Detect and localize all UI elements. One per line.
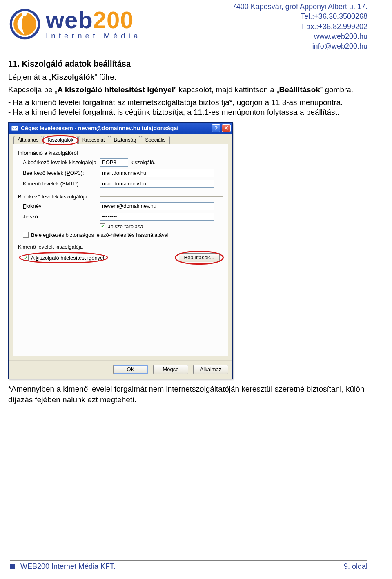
svg-point-2 bbox=[22, 12, 27, 16]
dialog-title: Céges levelezésem - nevem@domainnev.hu t… bbox=[21, 125, 210, 131]
logo-subtitle: Internet Média bbox=[46, 32, 141, 40]
contact-tel: Tel.:+36.30.3500268 bbox=[232, 11, 368, 21]
tab-general[interactable]: Általános bbox=[13, 136, 42, 144]
footer-page-number: 9. oldal bbox=[344, 562, 368, 571]
row-password: Jelszó: •••••••• bbox=[18, 213, 223, 221]
logo-web-text: web bbox=[46, 7, 93, 33]
contact-email: info@web200.hu bbox=[232, 41, 368, 51]
bullet-1: - Ha a kimenő levelei forgalmát az inter… bbox=[8, 98, 368, 107]
contact-block: 7400 Kaposvár, gróf Apponyi Albert u. 17… bbox=[232, 2, 368, 51]
header-divider bbox=[8, 53, 368, 53]
group-incoming-auth: Beérkező levelek kiszolgálója bbox=[18, 194, 223, 200]
dialog-tabs: Általános Kiszolgálók Kapcsolat Biztonsá… bbox=[13, 136, 228, 144]
dialog-app-icon bbox=[11, 125, 18, 132]
incoming-type-field: POP3 bbox=[100, 158, 128, 167]
contact-fax: Fax.:+36.82.999202 bbox=[232, 22, 368, 31]
outgoing-auth-checkbox[interactable]: ✓ bbox=[23, 255, 29, 261]
section-title: 11. Kiszolgáló adatok beállítása bbox=[8, 59, 368, 69]
smtp-server-input[interactable]: mail.domainnev.hu bbox=[100, 180, 214, 188]
apply-button[interactable]: Alkalmaz bbox=[193, 365, 228, 374]
close-button[interactable]: ✕ bbox=[222, 124, 231, 132]
settings-button[interactable]: Beállítások... bbox=[179, 253, 220, 262]
row-smtp-server: Kimenő levelek (SMTP): mail.domainnev.hu bbox=[18, 180, 223, 188]
outgoing-auth-row: ✓ A kiszolgáló hitelesítést igényel bbox=[23, 254, 104, 261]
contact-web: www.web200.hu bbox=[232, 31, 368, 41]
svg-rect-3 bbox=[11, 126, 18, 131]
row-account-name: Fióknév: nevem@domainnev.hu bbox=[18, 202, 223, 210]
footer-square-icon bbox=[10, 564, 15, 569]
step-line-1: Lépjen át a „Kiszolgálók” fülre. bbox=[8, 72, 368, 83]
group-server-info: Információ a kiszolgálóról bbox=[18, 150, 223, 156]
tab-security[interactable]: Biztonság bbox=[110, 136, 140, 144]
remember-password-checkbox[interactable]: ✓ bbox=[100, 223, 105, 229]
tab-servers[interactable]: Kiszolgálók bbox=[43, 136, 77, 144]
logo-icon bbox=[8, 7, 42, 41]
password-input[interactable]: •••••••• bbox=[100, 213, 214, 221]
group-outgoing: Kimenő levelek kiszolgálója bbox=[18, 244, 223, 250]
pop3-server-input[interactable]: mail.domainnev.hu bbox=[100, 169, 214, 177]
logo: web200 Internet Média bbox=[8, 7, 141, 41]
contact-address: 7400 Kaposvár, gróf Apponyi Albert u. 17… bbox=[232, 2, 368, 11]
tab-connection[interactable]: Kapcsolat bbox=[78, 136, 109, 144]
spa-row: Bejelentkezés biztonságos jelszó-hiteles… bbox=[23, 232, 223, 238]
row-pop3-server: Beérkező levelek (POP3): mail.domainnev.… bbox=[18, 169, 223, 177]
row-incoming-type: A beérkező levelek kiszolgálója POP3 kis… bbox=[18, 158, 223, 167]
help-button[interactable]: ? bbox=[212, 124, 220, 132]
ok-button[interactable]: OK bbox=[113, 365, 148, 374]
properties-dialog: Céges levelezésem - nevem@domainnev.hu t… bbox=[8, 122, 233, 379]
footer-company: WEB200 Internet Média KFT. bbox=[20, 562, 116, 571]
tab-advanced[interactable]: Speciális bbox=[141, 136, 169, 144]
servers-tab-panel: Információ a kiszolgálóról A beérkező le… bbox=[13, 144, 228, 356]
account-name-input[interactable]: nevem@domainnev.hu bbox=[100, 202, 214, 210]
dialog-titlebar[interactable]: Céges levelezésem - nevem@domainnev.hu t… bbox=[9, 123, 232, 134]
logo-200-text: 200 bbox=[93, 7, 134, 33]
dialog-button-row: OK Mégse Alkalmaz bbox=[9, 360, 232, 379]
step-line-2: Kapcsolja be „A kiszolgáló hitelesítést … bbox=[8, 85, 368, 96]
spa-checkbox[interactable] bbox=[23, 232, 29, 238]
remember-password-row: ✓ Jelszó tárolása bbox=[100, 223, 223, 229]
footnote: *Amennyiben a kimenő levelei forgalmát n… bbox=[8, 384, 368, 405]
bullet-2: - Ha a kimenő levelei forgalmát is cégün… bbox=[8, 108, 368, 117]
cancel-button[interactable]: Mégse bbox=[153, 365, 188, 374]
